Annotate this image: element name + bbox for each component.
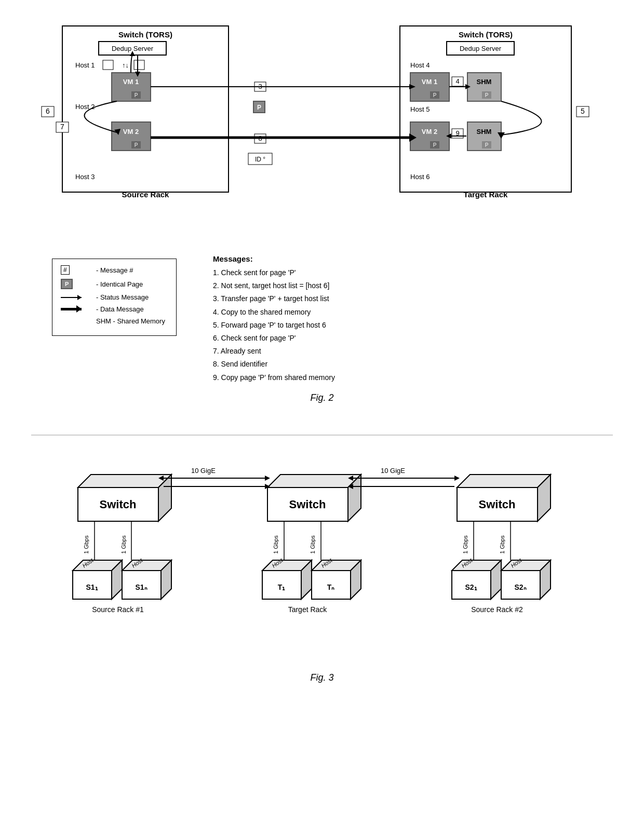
legend-text-thin-arrow: - Status Message <box>96 293 149 301</box>
msg-1: 1. Check sent for page 'P' <box>213 266 592 279</box>
msg-4: 4. Copy to the shared memory <box>213 306 592 319</box>
conn1-label: 10 GigE <box>191 467 216 475</box>
legend-symbol-bold-arrow <box>61 308 92 310</box>
svg-rect-6 <box>112 122 151 151</box>
svg-rect-10 <box>410 73 449 101</box>
msg-5: 5. Forward page 'P' to target host 6 <box>213 319 592 332</box>
num7: 7 <box>60 123 64 131</box>
host-t1-label: T₁ <box>278 583 286 591</box>
target-rack-label: Target Rack <box>464 190 508 199</box>
thin-arrow-symbol <box>61 297 82 298</box>
right-vm1-label: VM 1 <box>422 78 437 86</box>
mid-p-badge: P <box>257 104 261 111</box>
legend-symbol-thin-arrow <box>61 297 92 298</box>
fig3-svg: Switch Switch Switch 10 GigE <box>36 446 608 664</box>
num6: 6 <box>46 107 50 115</box>
fig2-svg: Switch (TORS) Dedup Server Host 1 1 ↑↓ 2… <box>36 21 608 249</box>
arrow-down-1: ↑↓ <box>122 61 129 69</box>
right-vm2-p: P <box>433 142 437 148</box>
svg-marker-40 <box>78 475 171 488</box>
fig3-container: Switch Switch Switch 10 GigE <box>31 446 613 699</box>
left-switch-title: Switch (TORS) <box>118 30 172 39</box>
svg-marker-49 <box>265 476 270 481</box>
host5-label: Host 5 <box>410 105 430 113</box>
host2-label: Host 2 <box>75 103 95 111</box>
vm1-label: VM 1 <box>123 78 139 86</box>
fig2-legend: # - Message # P - Identical Page - Statu… <box>52 259 177 336</box>
conn2-label: 10 GigE <box>381 467 405 475</box>
fig2-bottom: # - Message # P - Identical Page - Statu… <box>36 254 608 384</box>
shm2-label: SHM <box>477 128 492 136</box>
host-s1n-label: S1ₙ <box>135 583 147 591</box>
hash-symbol: # <box>61 265 70 275</box>
legend-row-p: P - Identical Page <box>61 279 168 289</box>
fig2-container: Switch (TORS) Dedup Server Host 1 1 ↑↓ 2… <box>31 21 613 419</box>
right-vm2-label: VM 2 <box>422 128 437 136</box>
vm2-label: VM 2 <box>123 128 139 136</box>
msg-7: 7. Already sent <box>213 345 592 358</box>
svg-rect-15 <box>410 122 449 151</box>
messages-list: 1. Check sent for page 'P' 2. Not sent, … <box>213 266 592 384</box>
right-dedup-server: Dedup Server <box>460 45 502 52</box>
right-vm1-p: P <box>433 92 437 98</box>
p-symbol: P <box>61 279 73 289</box>
fig2-messages: Messages: 1. Check sent for page 'P' 2. … <box>213 254 592 384</box>
legend-text-shm: SHM - Shared Memory <box>96 317 165 325</box>
switch3-label: Switch <box>479 498 516 511</box>
host-s2n-label: S2ₙ <box>514 583 526 591</box>
host3-label: Host 3 <box>75 173 95 181</box>
host-s11-label: S1₁ <box>86 583 98 591</box>
fig3-caption: Fig. 3 <box>310 672 333 683</box>
host4-label: Host 4 <box>410 61 430 69</box>
msg-6: 6. Check sent for page 'P' <box>213 332 592 345</box>
gbps1-1: 1 Gbps <box>83 535 89 553</box>
gbps2-2: 1 Gbps <box>310 535 316 553</box>
bold-arrow-symbol <box>61 308 82 310</box>
svg-marker-43 <box>267 475 361 488</box>
messages-title: Messages: <box>213 254 592 263</box>
legend-text-bold-arrow: - Data Message <box>96 305 144 313</box>
legend-row-thin-arrow: - Status Message <box>61 293 168 301</box>
legend-row-shm: SHM - Shared Memory <box>61 317 168 325</box>
shm1-label: SHM <box>477 78 492 86</box>
legend-symbol-hash: # <box>61 265 92 275</box>
msg-3: 3. Transfer page 'P' + target host list <box>213 292 592 305</box>
legend-text-hash: - Message # <box>96 266 133 274</box>
right-switch-title: Switch (TORS) <box>459 30 513 39</box>
fig3-diagram-wrapper: Switch Switch Switch 10 GigE <box>31 446 613 664</box>
fig2-diagram-wrapper: Switch (TORS) Dedup Server Host 1 1 ↑↓ 2… <box>31 21 613 249</box>
svg-rect-2 <box>103 60 113 70</box>
fig2-caption: Fig. 2 <box>310 392 333 403</box>
vm2-p-label: P <box>135 142 138 148</box>
source-rack-label: Source Rack <box>122 190 170 199</box>
switch2-label: Switch <box>289 498 326 511</box>
gbps3-2: 1 Gbps <box>499 535 505 553</box>
svg-marker-54 <box>454 476 460 481</box>
target-rack-label-fig3: Target Rack <box>288 605 328 614</box>
gbps2-1: 1 Gbps <box>273 535 279 553</box>
num5: 5 <box>581 107 585 115</box>
source-rack2-label: Source Rack #2 <box>471 605 523 614</box>
gbps3-1: 1 Gbps <box>462 535 468 553</box>
legend-symbol-p: P <box>61 279 92 289</box>
gbps1-2: 1 Gbps <box>120 535 127 553</box>
source-rack1-label: Source Rack #1 <box>92 605 144 614</box>
svg-rect-3 <box>134 60 144 70</box>
shm1-p: P <box>485 92 489 98</box>
host-s21-label: S2₁ <box>465 583 477 591</box>
msg-9: 9. Copy page 'P' from shared memory <box>213 371 592 384</box>
host-tn-label: Tₙ <box>327 583 335 591</box>
svg-rect-4 <box>112 73 151 101</box>
svg-marker-46 <box>457 475 551 488</box>
id-badge: ID ° <box>255 156 265 163</box>
msg-2: 2. Not sent, target host list = [host 6] <box>213 279 592 292</box>
vm1-p-label: P <box>135 92 138 98</box>
divider <box>31 435 613 436</box>
page: Switch (TORS) Dedup Server Host 1 1 ↑↓ 2… <box>0 0 644 720</box>
shm2-p: P <box>485 142 489 148</box>
switch1-label: Switch <box>100 498 137 511</box>
host6-label: Host 6 <box>410 173 430 181</box>
num4: 4 <box>455 77 459 85</box>
msg-8: 8. Send identifier <box>213 358 592 371</box>
legend-row-bold-arrow: - Data Message <box>61 305 168 313</box>
